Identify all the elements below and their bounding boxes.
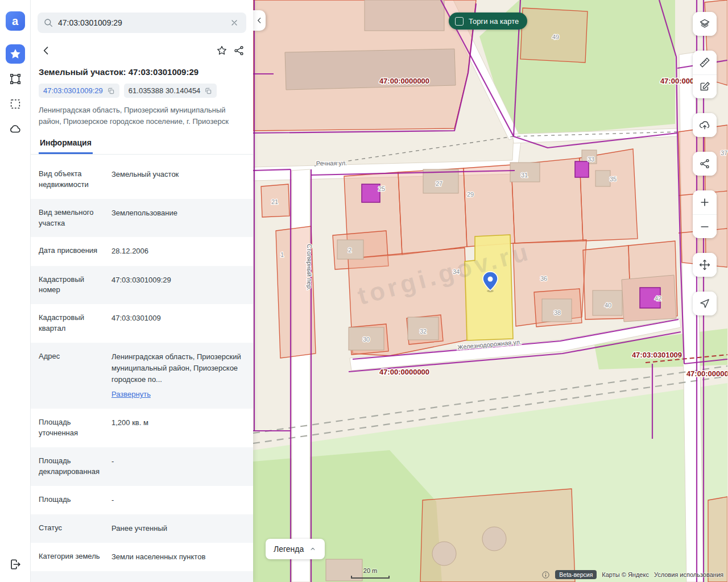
info-icon[interactable]: [541, 571, 550, 579]
panel-header: [38, 42, 247, 59]
info-row: Кадастровый номер47:03:0301009:29: [31, 266, 253, 305]
draw-icon: [699, 81, 710, 93]
info-row-value: для индивидуального жилищного строительс…: [107, 571, 253, 582]
info-row-value: Ленинградская область, Приозерский муниц…: [107, 343, 253, 409]
rail-bottom: [6, 555, 25, 574]
info-row: Дата присвоения28.12.2006: [31, 237, 253, 265]
info-row-label: Вид объекта недвижимости: [31, 160, 107, 199]
cadastral-map[interactable]: torgi.gov.ru 47:00:000000047:00:00000004…: [253, 0, 727, 582]
info-row: Категория земельЗемли населенных пунктов: [31, 543, 253, 571]
street-label: Речная ул.: [316, 160, 347, 167]
info-row-label: Дата присвоения: [31, 237, 107, 265]
scale-line: [351, 576, 390, 579]
parcel-number: 29: [467, 191, 474, 198]
torgi-checkbox[interactable]: [455, 17, 464, 26]
tab-information[interactable]: Информация: [39, 134, 93, 154]
parcel-number: 49: [552, 34, 559, 40]
zoom-out-button[interactable]: [693, 214, 717, 238]
parcel-number: 42: [655, 295, 661, 302]
map-area[interactable]: torgi.gov.ru 47:00:000000047:00:00000004…: [253, 0, 728, 582]
toolbar-group: [693, 292, 717, 315]
info-row-value: -: [107, 447, 253, 486]
info-row-value: 47:03:0301009: [107, 304, 253, 343]
upload-icon: [699, 119, 710, 131]
info-row-label: Статус: [31, 514, 107, 543]
expand-address-link[interactable]: Развернуть: [111, 389, 151, 400]
terms-link[interactable]: Условия использования: [654, 571, 723, 578]
cloud-icon: [9, 123, 22, 135]
info-row-label: Площадь: [31, 486, 107, 514]
info-row-value: Земли населенных пунктов: [107, 543, 253, 571]
legend-button[interactable]: Легенда: [266, 539, 325, 559]
toolbar-group: [693, 113, 717, 137]
search-bar: [38, 13, 246, 33]
parcel-number: 40: [605, 302, 611, 309]
app-logo[interactable]: a: [6, 11, 25, 31]
info-row-label: Площадь декларированная: [31, 447, 107, 486]
quarter-label: 47:00:0000000: [379, 77, 429, 85]
map-layers-button[interactable]: [693, 12, 717, 36]
info-row: Площадь-: [31, 486, 253, 514]
clear-search-button[interactable]: [228, 16, 241, 29]
info-row-value: Землепользование: [107, 199, 253, 238]
favorite-button[interactable]: [213, 42, 230, 59]
parcel-number: 33: [588, 156, 594, 163]
toolbar-group: [693, 51, 717, 98]
tabs: Информация: [31, 134, 253, 155]
toolbar-group: [693, 190, 717, 238]
plus-icon: [699, 197, 710, 208]
info-row: АдресЛенинградская область, Приозерский …: [31, 343, 253, 409]
info-row: Вид земельного участкаЗемлепользование: [31, 199, 253, 238]
coordinates-chip[interactable]: 61.035388 30.140454: [124, 84, 217, 98]
ruler-icon: [699, 57, 710, 68]
logout-button[interactable]: [6, 555, 25, 574]
app-root: a Земельный участок: 47:03:0301009:29 47…: [0, 0, 728, 582]
locate-button[interactable]: [693, 292, 717, 315]
info-row: Вид разрешенного использованиядля индиви…: [31, 571, 253, 582]
star-icon: [9, 48, 22, 60]
street-label: Столярный пер.: [306, 244, 313, 290]
collapse-panel-button[interactable]: [253, 10, 266, 31]
rail: a: [0, 0, 31, 582]
search-input[interactable]: [58, 18, 224, 27]
cloud-button[interactable]: [6, 119, 25, 139]
info-row-value: 28.12.2006: [107, 237, 253, 265]
zoom-in-button[interactable]: [693, 190, 717, 214]
upload-button[interactable]: [693, 113, 717, 137]
info-table: Вид объекта недвижимостиЗемельный участо…: [31, 160, 253, 582]
pan-button[interactable]: [693, 253, 717, 277]
poly-icon: [9, 73, 22, 85]
info-row-value: 1,200 кв. м: [107, 409, 253, 447]
parcel-number: 25: [378, 185, 385, 192]
share-button[interactable]: [230, 42, 247, 59]
beta-badge: Beta-версия: [555, 570, 597, 579]
toolbar-group: [693, 152, 717, 176]
back-button[interactable]: [38, 42, 55, 59]
info-row-value: Земельный участок: [107, 160, 253, 199]
pan-icon: [699, 259, 710, 271]
cadastral-number-chip[interactable]: 47:03:0301009:29: [39, 84, 119, 98]
favorites-button[interactable]: [6, 44, 25, 64]
info-row-value: 47:03:0301009:29: [107, 266, 253, 305]
polygon-tool-button[interactable]: [6, 69, 25, 89]
map-share-button[interactable]: [693, 152, 717, 176]
torgi-toggle[interactable]: Торги на карте: [449, 13, 527, 30]
quarter-label: 47:00:0000000: [379, 368, 429, 376]
area-select-button[interactable]: [6, 94, 25, 114]
copy-icon[interactable]: [204, 87, 212, 95]
copy-icon[interactable]: [107, 87, 115, 95]
yandex-copyright-link[interactable]: Карты © Яндекс: [602, 571, 649, 578]
info-row: Площадь декларированная-: [31, 447, 253, 486]
dashed-square-icon: [9, 98, 22, 110]
draw-button[interactable]: [693, 74, 717, 98]
info-row: Вид объекта недвижимостиЗемельный участо…: [31, 160, 253, 199]
toolbar-group: [693, 12, 717, 36]
address-text: Ленинградская область, Приозерский муниц…: [39, 105, 245, 127]
info-row-value: -: [107, 486, 253, 514]
measure-button[interactable]: [693, 51, 717, 74]
quarter-label: 47:03:0301009: [632, 351, 682, 359]
exit-icon: [9, 558, 22, 571]
quarter-label: 47:00:0000000: [686, 369, 727, 378]
parcel-number: 2: [348, 247, 351, 253]
cadastral-number-link[interactable]: 47:03:0301009:29: [43, 86, 103, 95]
